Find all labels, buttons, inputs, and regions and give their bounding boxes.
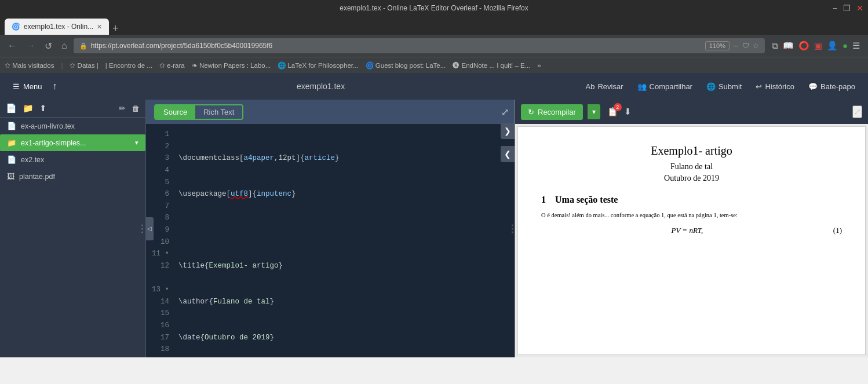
hamburger-icon[interactable]: ☰ [852, 41, 860, 51]
editor-expand-btn[interactable]: ⤢ [501, 107, 509, 118]
bookmark-more[interactable]: » [537, 62, 541, 69]
menu-button[interactable]: ☰ Menu [7, 79, 48, 94]
sidebar-item-ex-a-um-livro[interactable]: 📄 ex-a-um-livro.tex [0, 118, 145, 134]
equation-content: PV = nRT, [671, 226, 703, 235]
preview-header: ↻ Recompilar ▾ 📋 2 ⬇ ⤢ [515, 100, 868, 124]
home-btn[interactable]: ⌂ [59, 39, 70, 52]
bookmark-encontro[interactable]: | Encontro de ... [105, 62, 152, 69]
tab-bar: 🌀 exemplo1.tex - Onlin... ✕ + [0, 16, 868, 35]
menu-label: Menu [23, 82, 42, 91]
zoom-level[interactable]: 110% [705, 41, 730, 50]
up-button[interactable]: ↑ [48, 78, 62, 95]
errors-icon[interactable]: 📋 2 [607, 107, 618, 117]
delete-icon[interactable]: 🗑 [132, 104, 140, 113]
sidebar-item-ex1-artigo[interactable]: 📁 ex1-artigo-simples... ▾ [0, 134, 145, 151]
menu-icon: ☰ [13, 82, 20, 91]
line-numbers: 1 2 3 4 5 6 7 8 9 10 11 • 12 13 • 14 15 … [146, 124, 173, 357]
historico-button[interactable]: ↩ Histórico [750, 79, 800, 94]
sidebar-toolbar: 📄 📁 ⬆ ✏ 🗑 [0, 100, 145, 118]
compartilhar-button[interactable]: 👥 Compartilhar [632, 79, 698, 94]
collections-icon[interactable]: ⧉ [772, 41, 778, 51]
rich-text-btn[interactable]: Rich Text [195, 105, 242, 119]
opera-icon[interactable]: ⭕ [798, 41, 809, 51]
chat-icon: 💬 [808, 82, 818, 91]
preview-pane: ↻ Recompilar ▾ 📋 2 ⬇ ⤢ Exemplo1- artigo … [515, 100, 868, 357]
editor-resize-handle[interactable] [512, 224, 513, 233]
bookmark-newton[interactable]: ❧ Newton Papers : Labo... [192, 61, 271, 70]
resize-handle[interactable] [141, 224, 143, 233]
sidebar-item-ex2[interactable]: 📄 ex2.tex [0, 151, 145, 168]
recompile-btn[interactable]: ↻ Recompilar [521, 104, 583, 120]
upload-icon[interactable]: ⬆ [39, 103, 47, 114]
back-btn[interactable]: ← [5, 39, 20, 52]
revisar-icon: Ab [586, 82, 595, 91]
bate-papo-label: Bate-papo [820, 82, 855, 91]
submit-button[interactable]: 🌐 Submit [701, 79, 747, 94]
editor-content[interactable]: 1 2 3 4 5 6 7 8 9 10 11 • 12 13 • 14 15 … [146, 124, 515, 357]
active-tab[interactable]: 🌀 exemplo1.tex - Onlin... ✕ [5, 19, 109, 35]
file-name-label: ex-a-um-livro.tex [21, 122, 138, 130]
address-url: https://pt.overleaf.com/project/5da6150b… [91, 42, 702, 50]
folder-expand-icon: ▾ [135, 139, 138, 147]
historico-label: Histórico [765, 82, 794, 91]
editor-area: Source Rich Text ⤢ 1 2 3 4 5 6 7 8 9 10 … [146, 100, 515, 357]
download-pdf-icon[interactable]: ⬇ [624, 107, 632, 117]
recompile-spin-icon: ↻ [528, 108, 534, 116]
refresh-btn[interactable]: ↺ [42, 39, 55, 53]
address-bar[interactable]: 🔒 https://pt.overleaf.com/project/5da615… [74, 38, 765, 53]
error-badge: 2 [614, 103, 622, 111]
equation-number: (1) [833, 226, 842, 235]
editor-nav-left[interactable]: ❮ [501, 146, 515, 162]
restore-btn[interactable]: ❐ [843, 3, 851, 13]
source-btn[interactable]: Source [155, 105, 195, 119]
window-controls[interactable]: − ❐ ✕ [833, 3, 863, 13]
recompile-dropdown-btn[interactable]: ▾ [588, 104, 600, 119]
tex-file-icon-2: 📄 [7, 155, 16, 164]
dots-menu-icon[interactable]: ··· [733, 42, 739, 50]
code-editor[interactable]: \documentclass[a4paper,12pt]{article} \u… [173, 124, 515, 357]
main-layout: 📄 📁 ⬆ ✏ 🗑 📄 ex-a-um-livro.tex 📁 ex1-arti… [0, 100, 868, 357]
browser-extra-icons: ⧉ 📖 ⭕ ▣ 👤 ● ☰ [768, 41, 863, 51]
editor-nav-right[interactable]: ❯ [501, 123, 515, 139]
revisar-label: Revisar [597, 82, 623, 91]
section-number: 1 [541, 195, 553, 204]
bookmark-datas[interactable]: ✩ Datas | [70, 61, 98, 70]
revisar-button[interactable]: Ab Revisar [580, 79, 629, 94]
new-file-icon[interactable]: 📄 [6, 103, 17, 114]
bookmark-star-icon[interactable]: ☆ [753, 42, 759, 50]
source-richtext-toggle[interactable]: Source Rich Text [154, 104, 243, 120]
close-btn[interactable]: ✕ [856, 3, 863, 13]
bate-papo-button[interactable]: 💬 Bate-papo [803, 79, 861, 94]
bookmark-erara[interactable]: ✩ e-rara [159, 61, 185, 70]
sidebar-item-plantae[interactable]: 🖼 plantae.pdf [0, 168, 145, 185]
tab-title: exemplo1.tex - Onlin... [24, 23, 93, 31]
tab-close-btn[interactable]: ✕ [97, 23, 102, 31]
sidebar: 📄 📁 ⬆ ✏ 🗑 📄 ex-a-um-livro.tex 📁 ex1-arti… [0, 100, 146, 357]
opera2-icon[interactable]: ▣ [814, 41, 822, 51]
forward-btn[interactable]: → [23, 39, 38, 52]
window-title: exemplo1.tex - Online LaTeX Editor Overl… [340, 4, 528, 12]
doc-date: Outubro de 2019 [541, 174, 842, 183]
bookmark-guest-blog[interactable]: 🌀 Guest blog post: LaTe... [366, 61, 446, 70]
compartilhar-label: Compartilhar [650, 82, 692, 91]
bookmark-latex-phil[interactable]: 🌐 LaTeX for Philosopher... [278, 61, 358, 70]
sidebar-collapse-btn[interactable]: ◁ [145, 217, 154, 240]
edit-icon[interactable]: ✏ [119, 104, 126, 113]
new-tab-btn[interactable]: + [109, 23, 122, 35]
preview-expand-btn[interactable]: ⤢ [852, 105, 862, 118]
new-folder-icon[interactable]: 📁 [23, 103, 34, 114]
doc-body: O é demais! além do mais... conforme a e… [541, 211, 842, 220]
minimize-btn[interactable]: − [833, 3, 837, 13]
share-icon: 👥 [637, 82, 647, 91]
user-icon[interactable]: 👤 [827, 41, 838, 51]
title-bar: exemplo1.tex - Online LaTeX Editor Overl… [0, 0, 868, 16]
editor-toolbar-row: Source Rich Text ⤢ [146, 100, 515, 124]
reading-icon[interactable]: 📖 [783, 41, 794, 51]
code-line-2: \usepackage[utf8]{inputenc} [178, 188, 509, 200]
avatar-icon[interactable]: ● [843, 41, 848, 51]
bookmark-visited[interactable]: ✩ Mais visitados [5, 61, 54, 70]
file-name-ex2: ex2.tex [21, 156, 138, 164]
recompile-label: Recompilar [538, 108, 576, 116]
shield-icon: 🛡 [742, 42, 749, 50]
bookmark-endnote[interactable]: 🅦 EndNote ... I quit! – E... [453, 62, 530, 69]
